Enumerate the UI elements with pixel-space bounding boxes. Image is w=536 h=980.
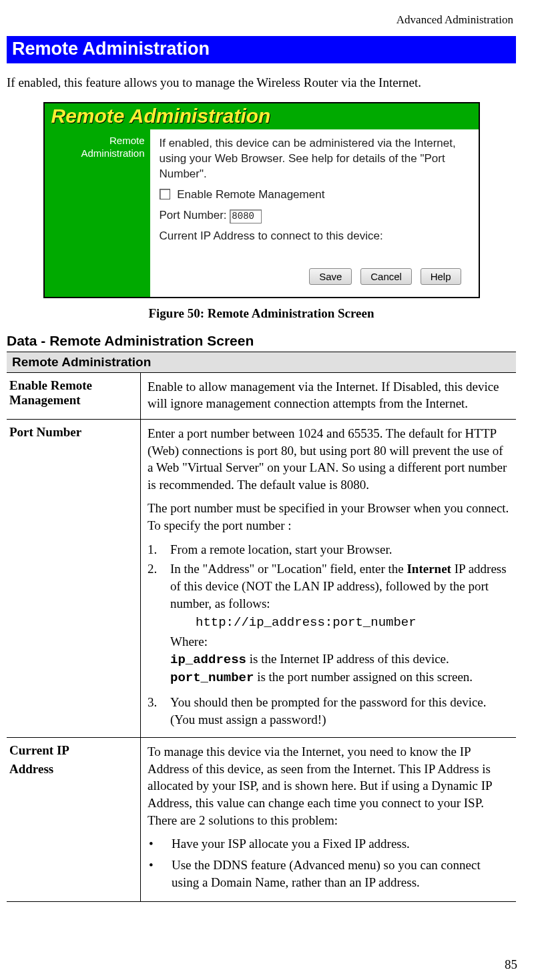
table-row: Current IP Address To manage this device… — [7, 738, 516, 902]
figure-container: Remote Administration Remote Administrat… — [7, 102, 516, 298]
list-item: • Have your ISP allocate you a Fixed IP … — [148, 835, 511, 853]
table-row: Enable Remote Management Enable to allow… — [7, 372, 516, 419]
list-item: 2. In the "Address" or "Location" field,… — [148, 560, 511, 612]
list-item: 1. From a remote location, start your Br… — [148, 541, 511, 558]
intro-paragraph: If enabled, this feature allows you to m… — [7, 75, 516, 90]
row-desc-enable: Enable to allow management via the Inter… — [141, 372, 517, 419]
list-text: From a remote location, start your Brows… — [170, 541, 392, 558]
running-header: Advanced Administration — [7, 13, 513, 27]
where2-code: port_number — [170, 670, 254, 685]
port-number-row: Port Number: 8080 — [160, 208, 469, 223]
where-line: ip_address is the Internet IP address of… — [170, 650, 511, 669]
row-label-port: Port Number — [7, 419, 141, 737]
enable-remote-label: Enable Remote Management — [177, 188, 324, 201]
bullet-icon: • — [148, 835, 172, 853]
sidebar-label-line2: Administration — [45, 147, 145, 160]
port-p1: Enter a port number between 1024 and 655… — [148, 425, 511, 494]
cancel-button[interactable]: Cancel — [360, 268, 412, 285]
bullet-icon: • — [148, 857, 172, 891]
list-item: 3. You should then be prompted for the p… — [148, 694, 511, 728]
where-block: Where: ip_address is the Internet IP add… — [170, 633, 511, 687]
data-table: Remote Administration Enable Remote Mana… — [7, 352, 516, 903]
row-desc-ip: To manage this device via the Internet, … — [141, 738, 517, 902]
page-number: 85 — [505, 957, 517, 972]
list-number: 2. — [148, 560, 170, 612]
list-number: 3. — [148, 694, 170, 728]
where1-rest: is the Internet IP address of this devic… — [246, 652, 449, 666]
save-button[interactable]: Save — [309, 268, 352, 285]
screenshot-sidebar: Remote Administration — [45, 129, 150, 297]
screenshot-remote-admin: Remote Administration Remote Administrat… — [43, 102, 480, 298]
row-label-ip: Current IP Address — [7, 738, 141, 902]
sidebar-label-line1: Remote — [45, 135, 145, 147]
table-section-row: Remote Administration — [7, 352, 516, 372]
port-number-input[interactable]: 8080 — [230, 209, 262, 223]
enable-remote-row: Enable Remote Management — [160, 187, 469, 203]
enable-remote-checkbox[interactable] — [160, 189, 170, 199]
ip-p1: To manage this device via the Internet, … — [148, 743, 511, 829]
where-label: Where: — [170, 633, 511, 650]
list-item: • Use the DDNS feature (Advanced menu) s… — [148, 857, 511, 891]
where-line: port_number is the port number assigned … — [170, 668, 511, 687]
where1-code: ip_address — [170, 652, 246, 667]
where2-rest: is the port number assigned on this scre… — [254, 670, 473, 684]
help-button[interactable]: Help — [421, 268, 461, 285]
section-title-bar: Remote Administration — [7, 36, 516, 63]
port-number-label: Port Number: — [160, 209, 227, 221]
page: Advanced Administration Remote Administr… — [0, 0, 536, 980]
list-text: You should then be prompted for the pass… — [170, 694, 511, 728]
screenshot-title-bar: Remote Administration — [45, 103, 479, 129]
li2-a: In the "Address" or "Location" field, en… — [170, 562, 407, 576]
screenshot-description: If enabled, this device can be administe… — [160, 136, 469, 182]
port-p2: The port number must be specified in you… — [148, 500, 511, 534]
li2-bold: Internet — [407, 562, 451, 576]
current-ip-row: Current IP Address to connect to this de… — [160, 229, 469, 244]
figure-caption: Figure 50: Remote Administration Screen — [7, 306, 516, 321]
list-text: Have your ISP allocate you a Fixed IP ad… — [172, 835, 410, 853]
screenshot-main: If enabled, this device can be administe… — [150, 129, 479, 297]
data-subheading: Data - Remote Administration Screen — [7, 333, 516, 349]
row-label-enable: Enable Remote Management — [7, 372, 141, 419]
list-text: In the "Address" or "Location" field, en… — [170, 560, 511, 612]
code-block: http://ip_address:port_number — [196, 614, 511, 632]
row-desc-port: Enter a port number between 1024 and 655… — [141, 419, 517, 737]
list-text: Use the DDNS feature (Advanced menu) so … — [172, 857, 511, 891]
screenshot-button-row: Save Cancel Help — [160, 264, 469, 292]
screenshot-title: Remote Administration — [51, 105, 271, 127]
table-row: Port Number Enter a port number between … — [7, 419, 516, 737]
table-section-header: Remote Administration — [7, 352, 516, 372]
list-number: 1. — [148, 541, 170, 558]
screenshot-body: Remote Administration If enabled, this d… — [45, 129, 479, 297]
ip-label-l1: Current IP — [9, 743, 136, 758]
ip-label-l2: Address — [9, 762, 136, 777]
